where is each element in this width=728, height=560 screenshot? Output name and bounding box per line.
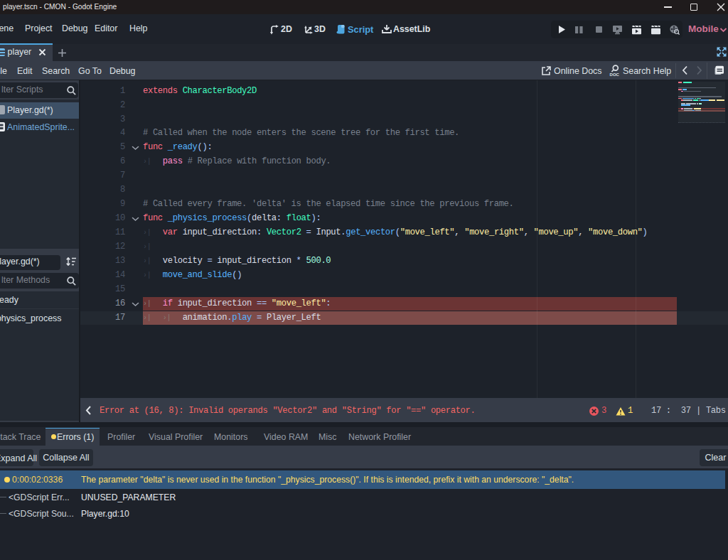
svg-text:DOC: DOC (610, 72, 620, 77)
